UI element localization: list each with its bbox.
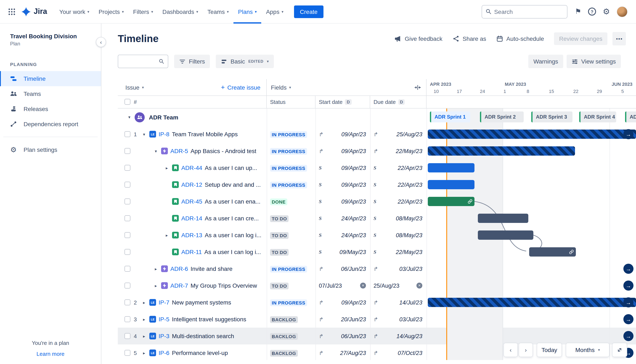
start-date-cell[interactable]: ↱06/Jun/23 — [316, 328, 370, 344]
issue-row[interactable]: 3 ▸LEIP-5Intelligent travel suggestions … — [118, 311, 636, 328]
start-date-cell[interactable]: S24/Apr/23 — [316, 227, 370, 244]
offscreen-arrow-icon[interactable]: → — [624, 129, 634, 139]
search-input[interactable] — [494, 8, 564, 15]
issue-row[interactable]: ▸ADR-13As a user I can log i... TO DO S2… — [118, 227, 636, 244]
create-button[interactable]: Create — [294, 5, 324, 18]
chevron-down-icon[interactable]: ▾ — [141, 132, 147, 136]
review-changes-button[interactable]: Review changes — [554, 32, 608, 45]
issue-row[interactable]: ADR-14As a user I can cre... TO DO S24/A… — [118, 210, 636, 227]
row-checkbox[interactable] — [124, 282, 130, 288]
offscreen-arrow-icon[interactable]: → — [624, 314, 634, 324]
gantt-bar-ip8[interactable] — [428, 130, 636, 139]
sidebar-collapse-button[interactable]: ‹ — [96, 37, 106, 47]
start-date-cell[interactable]: S09/Apr/23 — [316, 176, 370, 193]
row-checkbox[interactable] — [124, 165, 130, 171]
sidebar-item-plan-settings[interactable]: ⚙ Plan settings — [0, 142, 101, 157]
status-badge[interactable]: IN PROGRESS — [270, 300, 307, 306]
due-date-cell[interactable]: ↱14/Jul/23 — [370, 294, 426, 311]
start-date-cell[interactable]: S09/May/23 — [316, 244, 370, 260]
due-date-cell[interactable]: S22/Apr/23 — [370, 193, 426, 210]
row-checkbox[interactable] — [124, 350, 130, 356]
scroll-left-button[interactable]: ‹ — [504, 343, 518, 357]
warnings-button[interactable]: Warnings — [528, 55, 563, 68]
offscreen-arrow-icon[interactable]: → — [624, 280, 634, 290]
chevron-down-icon[interactable]: ▾ — [153, 149, 158, 153]
clear-date-icon[interactable]: × — [360, 282, 366, 288]
due-date-cell[interactable]: S22/Apr/23 — [370, 176, 426, 193]
scroll-right-button[interactable]: › — [519, 343, 532, 357]
start-date-cell[interactable]: ↱06/Jun/23 — [316, 260, 370, 277]
nav-teams[interactable]: Teams▾ — [203, 0, 234, 23]
jira-logo[interactable]: Jira — [21, 6, 47, 16]
chevron-right-icon[interactable]: ▸ — [153, 283, 158, 288]
dependency-link-icon[interactable] — [569, 250, 574, 254]
row-checkbox[interactable] — [124, 249, 130, 255]
start-date-cell[interactable]: ↱09/Apr/23 — [316, 294, 370, 311]
start-date-cell[interactable]: 07/Jul/23× — [316, 277, 370, 294]
nav-projects[interactable]: Projects▾ — [94, 0, 128, 23]
status-badge[interactable]: BACKLOG — [270, 350, 298, 357]
gantt-bar-adr13[interactable] — [478, 230, 533, 240]
due-date-cell[interactable]: ↱25/Aug/23 — [370, 126, 426, 142]
sidebar-item-releases[interactable]: Releases — [0, 101, 101, 116]
announcements-flag-icon[interactable]: ⚑ — [575, 8, 581, 15]
row-checkbox[interactable] — [124, 316, 130, 322]
start-date-cell[interactable]: ↱20/Jun/23 — [316, 311, 370, 328]
due-date-cell[interactable]: 25/Aug/23× — [370, 277, 426, 294]
issue-key-link[interactable]: IP-6 — [158, 350, 169, 356]
create-issue-link[interactable]: +Create issue — [221, 84, 266, 91]
sprint-pill-1[interactable]: ADR Sprint 1 — [430, 112, 470, 122]
status-badge[interactable]: TO DO — [270, 249, 288, 256]
start-date-cell[interactable]: ↱27/Aug/23 — [316, 344, 370, 360]
chevron-right-icon[interactable]: ▸ — [153, 266, 158, 271]
row-checkbox[interactable] — [124, 182, 130, 188]
start-date-cell[interactable]: ↱09/Apr/23 — [316, 142, 370, 160]
global-search[interactable] — [482, 5, 567, 18]
issue-key-link[interactable]: IP-3 — [158, 333, 169, 340]
status-badge[interactable]: IN PROGRESS — [270, 148, 307, 155]
sprint-pill-4[interactable]: ADR Sprint 4 — [579, 112, 616, 122]
issue-key-link[interactable]: ADR-6 — [170, 266, 188, 272]
nav-filters[interactable]: Filters▾ — [128, 0, 158, 23]
row-checkbox[interactable] — [124, 215, 130, 221]
issue-key-link[interactable]: IP-7 — [158, 299, 169, 306]
more-actions-button[interactable]: ⋯ — [612, 32, 626, 46]
fullscreen-button[interactable] — [612, 343, 627, 357]
gantt-bar-adr14[interactable] — [478, 214, 528, 223]
due-date-cell[interactable]: ↱07/Oct/23 — [370, 344, 426, 360]
row-checkbox[interactable] — [124, 266, 130, 272]
start-date-column-header[interactable]: Start dateD — [316, 96, 370, 108]
gantt-bar-adr11[interactable] — [529, 247, 576, 256]
gantt-bar-adr44[interactable] — [428, 163, 474, 172]
share-as-button[interactable]: Share as — [448, 33, 490, 44]
row-checkbox[interactable] — [124, 198, 130, 204]
status-badge[interactable]: TO DO — [270, 282, 288, 289]
row-checkbox[interactable] — [124, 333, 130, 339]
issue-column-header[interactable]: Issue — [125, 84, 140, 91]
start-date-cell[interactable]: S24/Apr/23 — [316, 210, 370, 227]
dependency-link-icon[interactable] — [468, 199, 472, 204]
issue-key-link[interactable]: ADR-14 — [181, 215, 202, 222]
offscreen-arrow-icon[interactable]: → — [624, 297, 634, 308]
issue-key-link[interactable]: ADR-45 — [181, 198, 202, 205]
issue-key-link[interactable]: ADR-12 — [181, 181, 202, 188]
status-column-header[interactable]: Status — [267, 96, 316, 108]
chevron-right-icon[interactable]: ▸ — [164, 233, 170, 238]
due-date-column-header[interactable]: Due dateD — [370, 96, 426, 108]
timeline-search[interactable] — [118, 55, 168, 68]
issue-key-link[interactable]: IP-5 — [158, 316, 169, 322]
user-avatar[interactable] — [617, 6, 628, 17]
sprint-pill-2[interactable]: ADR Sprint 2 — [480, 112, 524, 122]
fields-header[interactable]: Fields — [271, 84, 287, 91]
row-checkbox[interactable] — [124, 300, 130, 305]
row-checkbox[interactable] — [124, 148, 130, 154]
status-badge[interactable]: BACKLOG — [270, 316, 298, 323]
status-badge[interactable]: TO DO — [270, 215, 288, 222]
chevron-right-icon[interactable]: ▸ — [164, 166, 170, 170]
sidebar-item-teams[interactable]: Teams — [0, 86, 101, 101]
offscreen-arrow-icon[interactable]: → — [624, 331, 634, 341]
issue-key-link[interactable]: ADR-13 — [181, 232, 202, 238]
chevron-right-icon[interactable]: ▸ — [141, 317, 147, 322]
status-badge[interactable]: IN PROGRESS — [270, 131, 307, 138]
sidebar-item-dependencies-report[interactable]: Dependencies report — [0, 116, 101, 132]
